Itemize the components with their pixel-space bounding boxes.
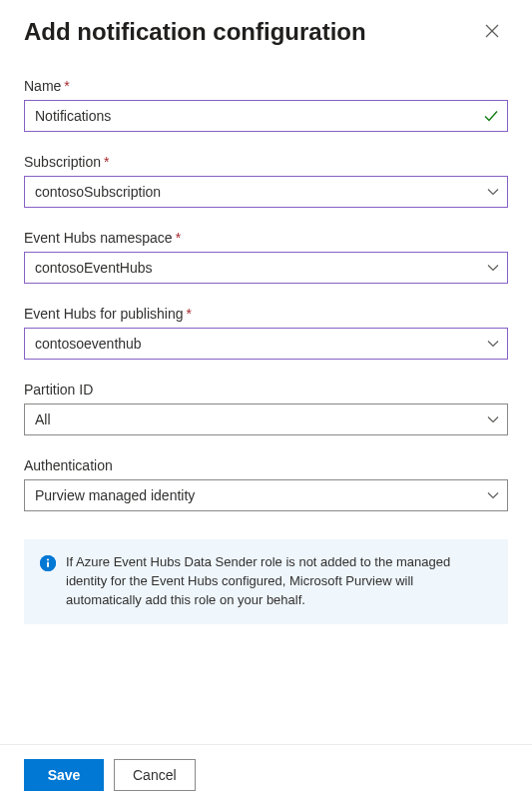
subscription-value: contosoSubscription xyxy=(25,184,479,200)
name-input[interactable] xyxy=(25,101,507,131)
panel-header: Add notification configuration xyxy=(0,0,532,56)
check-icon xyxy=(483,108,499,124)
chevron-down-icon xyxy=(479,262,507,274)
name-label-text: Name xyxy=(24,78,61,94)
publishing-field-group: Event Hubs for publishing* contosoeventh… xyxy=(24,306,508,360)
namespace-label-text: Event Hubs namespace xyxy=(24,230,173,246)
publishing-value: contosoeventhub xyxy=(25,336,479,352)
info-text: If Azure Event Hubs Data Sender role is … xyxy=(66,553,492,610)
close-button[interactable] xyxy=(476,16,508,48)
authentication-value: Purview managed identity xyxy=(25,487,479,503)
subscription-label-text: Subscription xyxy=(24,154,101,170)
form-area: Name* Subscription* contosoSubscription … xyxy=(0,56,532,624)
subscription-field-group: Subscription* contosoSubscription xyxy=(24,154,508,208)
svg-rect-4 xyxy=(47,562,49,568)
namespace-value: contosoEventHubs xyxy=(25,260,479,276)
required-asterisk: * xyxy=(104,154,109,170)
namespace-label: Event Hubs namespace* xyxy=(24,230,508,246)
namespace-field-group: Event Hubs namespace* contosoEventHubs xyxy=(24,230,508,284)
required-asterisk: * xyxy=(187,306,192,322)
close-icon xyxy=(485,24,499,41)
chevron-down-icon xyxy=(479,186,507,198)
cancel-button[interactable]: Cancel xyxy=(114,759,196,791)
publishing-label-text: Event Hubs for publishing xyxy=(24,306,184,322)
subscription-dropdown[interactable]: contosoSubscription xyxy=(24,176,508,208)
authentication-field-group: Authentication Purview managed identity xyxy=(24,457,508,511)
info-message: If Azure Event Hubs Data Sender role is … xyxy=(24,539,508,624)
publishing-label: Event Hubs for publishing* xyxy=(24,306,508,322)
chevron-down-icon xyxy=(479,489,507,501)
panel-title: Add notification configuration xyxy=(24,18,366,46)
svg-point-3 xyxy=(47,558,49,560)
save-button[interactable]: Save xyxy=(24,759,104,791)
chevron-down-icon xyxy=(479,413,507,425)
required-asterisk: * xyxy=(64,78,69,94)
partition-label-text: Partition ID xyxy=(24,382,93,398)
publishing-dropdown[interactable]: contosoeventhub xyxy=(24,328,508,360)
required-asterisk: * xyxy=(176,230,181,246)
name-label: Name* xyxy=(24,78,508,94)
authentication-dropdown[interactable]: Purview managed identity xyxy=(24,479,508,511)
partition-label: Partition ID xyxy=(24,382,508,398)
name-input-wrap xyxy=(24,100,508,132)
partition-field-group: Partition ID All xyxy=(24,382,508,435)
subscription-label: Subscription* xyxy=(24,154,508,170)
partition-value: All xyxy=(25,411,479,427)
namespace-dropdown[interactable]: contosoEventHubs xyxy=(24,252,508,284)
footer: Save Cancel xyxy=(0,744,532,805)
info-icon xyxy=(40,555,56,571)
name-field-group: Name* xyxy=(24,78,508,132)
authentication-label: Authentication xyxy=(24,457,508,473)
partition-dropdown[interactable]: All xyxy=(24,403,508,435)
chevron-down-icon xyxy=(479,338,507,350)
authentication-label-text: Authentication xyxy=(24,457,113,473)
